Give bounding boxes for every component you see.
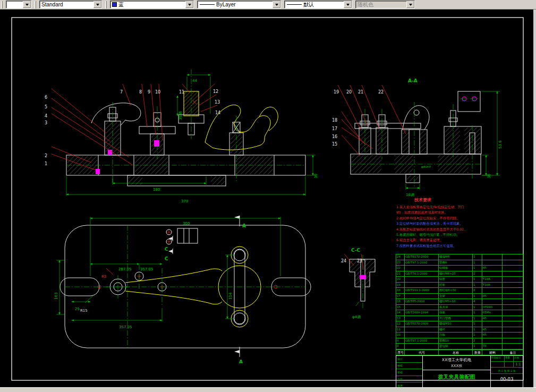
bom-mat [482,271,503,277]
bom-qty: 1 [473,327,482,333]
dim-103: 103 [55,293,58,300]
toolbar: Standard 蓝 ByLayer 默认 随机色 [0,0,536,10]
dim-180: 180 [153,188,160,192]
bom-mat: 45 [482,266,503,271]
bom-code [405,344,439,349]
bom-header-row: 序号 代号 名称 数量 材料 备注 [396,350,523,356]
bom-name: 定位销 [439,344,473,349]
text-style-combo[interactable]: Standard [39,1,102,8]
bom-qty: 1 [473,316,482,321]
bom-name: 螺母M10 [439,321,473,327]
callout-13: 13 [215,100,220,105]
bom-code: GB/T97.1-2002 [405,338,439,344]
bom-qty: 1 [473,254,482,260]
section-label-cc: C-C [351,248,360,253]
dim-300: 300 [183,222,190,226]
bom-row: 16 GB/T65-2000 螺钉M5×16 4 [396,299,523,305]
dim-r3: R3 [101,275,106,279]
bom-header-mat: 材料 [482,350,503,356]
color-combo[interactable]: 蓝 [110,1,194,8]
callout-1: 1 [45,162,47,166]
class-name: XXX班 [423,363,490,370]
lineweight-combo[interactable]: 默认 [284,1,352,8]
plan-view [56,216,311,357]
vertical-scrollbar[interactable] [533,10,536,387]
drawing-canvas[interactable]: 1 2 3 4 5 6 7 8 9 10 11 12 13 14 180 370… [0,10,536,387]
bom-no: 21 [396,271,405,277]
bom-code [405,333,439,338]
dim-25: 25 [75,308,80,311]
bom-mat: T8 [482,344,503,349]
bom-code: GB/T97.1-2002 [405,260,439,266]
bom-rem [503,294,523,299]
chevron-down-icon[interactable] [344,1,352,8]
chevron-down-icon[interactable] [23,1,31,8]
bom-mat: 65Mn [482,310,503,316]
toolbar-grip[interactable] [1,1,3,8]
callout-16: 16 [332,135,337,139]
horizontal-scrollbar[interactable] [0,387,536,392]
application-window: Standard 蓝 ByLayer 默认 随机色 [0,0,536,392]
bom-name: 螺钉M5×16 [439,299,473,304]
chevron-down-icon[interactable] [185,1,193,8]
color-swatch [112,2,117,7]
callout-11: 11 [179,90,184,95]
chevron-down-icon[interactable] [273,1,280,8]
dim-hole: φ40H7 [421,166,431,169]
callout-23: 23 [357,259,362,263]
dim-35: 35调 [179,112,183,120]
note-line: 4.装配后钻套轴线对底面的垂直度不大于0.02。 [396,227,486,232]
weight-value [505,362,514,367]
signature-row: 审核 [396,369,422,376]
bom-code [405,327,439,333]
bom-row: 17 支架 1 45 [396,294,523,300]
bom-header-qty: 数量 [473,350,482,356]
bom-code: GB/T2089-1994 [405,310,439,316]
callout-21: 21 [358,90,363,95]
bom-mat: T10A [482,277,503,282]
callout-22: 22 [378,90,384,95]
signature-row: 设计 [396,356,422,363]
bom-row: 24 GB/T6170-2000 螺母M6 1 [396,254,523,260]
bom-name: 压板 [439,333,473,338]
section-label-aa: A-A [408,79,418,83]
bom-row: 12 GB/T6170-2000 螺母M10 1 [396,321,523,327]
bom-code: GB/T70.1-2000 [405,271,439,277]
bom-no: 11 [396,327,405,333]
bom-no: 24 [396,254,405,260]
toolbar-grip[interactable] [105,1,107,8]
school-name: XX理工大学机电 [423,357,490,363]
bom-no: 15 [396,305,405,310]
bom-code [405,283,439,288]
toolbar-grip[interactable] [35,1,36,8]
bom-row: 21 GB/T70.1-2000 螺钉M6×25 2 [396,271,523,277]
bom-rem [503,260,523,266]
signature-label: 校核 [396,364,403,367]
note-line: 7.按图样要求试装检验合格后方可使用。 [396,243,486,249]
bom-qty: 1 [473,294,482,299]
bom-rem [503,333,523,338]
bom-qty: 2 [473,271,482,277]
scale-value: 1:1 [514,362,523,367]
bom-name: 钻套 [439,277,473,282]
title-block-center: XX理工大学机电 XXX班 拨叉夹具装配图 [423,356,491,389]
callout-5: 5 [45,105,47,109]
bom-name: 螺钉M6×25 [439,271,473,277]
bom-code [405,316,439,321]
callout-7: 7 [120,90,123,95]
workspace-combo[interactable] [6,1,31,8]
dim-18: 18调 [406,193,414,197]
bom-row: 19 衬套 1 T10A [396,283,523,288]
bom-code: GB/T6170-2000 [405,321,439,327]
chevron-down-icon[interactable] [93,1,101,8]
bom-name: 圆柱销6×30 [439,288,473,293]
bom-mat: 45 [482,327,503,333]
bom-qty: 1 [473,333,482,338]
linetype-combo[interactable]: ByLayer [197,1,281,8]
bom-code [405,305,439,310]
bom-rem [503,321,523,327]
dim-357-bottom: 357.05 [119,326,132,329]
bom-mat [482,338,503,344]
dim-aa-30: 30 [488,174,491,178]
bom-header-rem: 备注 [503,350,523,356]
